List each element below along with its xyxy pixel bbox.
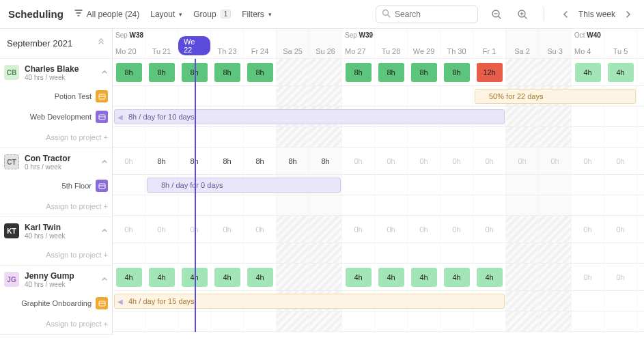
- empty-cell[interactable]: [604, 175, 637, 195]
- empty-cell[interactable]: [473, 195, 506, 215]
- empty-cell[interactable]: [178, 86, 211, 106]
- day-column-header[interactable]: Tu 21: [145, 29, 178, 58]
- hours-cell[interactable]: 0h: [604, 264, 637, 290]
- empty-cell[interactable]: [211, 311, 244, 331]
- empty-cell[interactable]: [572, 291, 604, 311]
- empty-cell[interactable]: [244, 243, 277, 263]
- empty-cell[interactable]: [211, 243, 244, 263]
- hours-cell[interactable]: [506, 216, 539, 242]
- empty-cell[interactable]: [309, 311, 342, 331]
- hours-cell[interactable]: 0h: [604, 148, 637, 174]
- hours-cell[interactable]: [277, 216, 309, 242]
- empty-cell[interactable]: [145, 86, 178, 106]
- day-column-header[interactable]: Tu 5: [604, 29, 637, 58]
- empty-cell[interactable]: [244, 127, 277, 147]
- allocation-bar[interactable]: ◀4h / day for 15 days: [114, 294, 505, 309]
- hours-cell[interactable]: 4h: [572, 59, 604, 85]
- empty-cell[interactable]: [539, 175, 572, 195]
- project-row[interactable]: Potion Test: [0, 86, 112, 107]
- empty-cell[interactable]: [506, 291, 539, 311]
- empty-cell[interactable]: [309, 195, 342, 215]
- filter-people[interactable]: All people (24): [74, 9, 139, 19]
- empty-cell[interactable]: [342, 175, 375, 195]
- empty-cell[interactable]: [473, 127, 506, 147]
- project-row[interactable]: 5th Floor: [0, 176, 112, 196]
- person-header[interactable]: CTCon Tractor0 hrs / week: [0, 148, 112, 176]
- zoom-out-button[interactable]: [489, 7, 504, 22]
- hours-cell[interactable]: 4h: [113, 264, 145, 290]
- hours-cell[interactable]: 12h: [473, 59, 506, 85]
- hours-cell[interactable]: 8h: [408, 59, 440, 85]
- empty-cell[interactable]: [604, 311, 637, 331]
- empty-cell[interactable]: [309, 243, 342, 263]
- day-column-header[interactable]: Fr 1: [473, 29, 506, 58]
- empty-cell[interactable]: [342, 311, 375, 331]
- hours-cell[interactable]: [539, 264, 572, 290]
- empty-cell[interactable]: [572, 243, 604, 263]
- allocation-bar[interactable]: 50% for 22 days: [475, 89, 636, 104]
- empty-cell[interactable]: [539, 311, 572, 331]
- hours-cell[interactable]: 0h: [539, 148, 572, 174]
- assign-to-project-button[interactable]: Assign to project +: [0, 314, 112, 334]
- empty-cell[interactable]: [506, 175, 539, 195]
- next-week-button[interactable]: [621, 7, 636, 22]
- empty-cell[interactable]: [375, 311, 408, 331]
- day-column-header[interactable]: We 22: [178, 29, 211, 58]
- filters-menu[interactable]: Filters ▾: [242, 10, 272, 19]
- empty-cell[interactable]: [440, 195, 473, 215]
- empty-cell[interactable]: [506, 107, 539, 126]
- day-column-header[interactable]: Sep W38Mo 20: [113, 29, 145, 58]
- hours-cell[interactable]: 0h: [342, 148, 375, 174]
- empty-cell[interactable]: [277, 86, 309, 106]
- empty-cell[interactable]: [113, 195, 145, 215]
- empty-cell[interactable]: [244, 311, 277, 331]
- empty-cell[interactable]: [309, 127, 342, 147]
- layout-menu[interactable]: Layout ▾: [150, 10, 182, 19]
- allocation-bar[interactable]: ◀8h / day for 10 days: [114, 109, 505, 124]
- empty-cell[interactable]: [539, 127, 572, 147]
- current-week-label[interactable]: This week: [578, 10, 615, 19]
- day-column-header[interactable]: Fr 24: [244, 29, 277, 58]
- empty-cell[interactable]: [408, 175, 440, 195]
- hours-cell[interactable]: [309, 59, 342, 85]
- hours-cell[interactable]: 8h: [211, 59, 244, 85]
- empty-cell[interactable]: [440, 311, 473, 331]
- person-header[interactable]: CBCharles Blake40 hrs / week: [0, 59, 112, 86]
- hours-cell[interactable]: 8h: [178, 59, 211, 85]
- person-header[interactable]: KTKarl Twin40 hrs / week: [0, 217, 112, 245]
- empty-cell[interactable]: [342, 127, 375, 147]
- search-input[interactable]: [376, 5, 478, 23]
- hours-cell[interactable]: 8h: [145, 148, 178, 174]
- empty-cell[interactable]: [375, 127, 408, 147]
- empty-cell[interactable]: [145, 127, 178, 147]
- empty-cell[interactable]: [211, 127, 244, 147]
- empty-cell[interactable]: [506, 243, 539, 263]
- hours-cell[interactable]: [506, 59, 539, 85]
- empty-cell[interactable]: [375, 195, 408, 215]
- hours-cell[interactable]: 0h: [211, 216, 244, 242]
- hours-cell[interactable]: 0h: [145, 216, 178, 242]
- empty-cell[interactable]: [572, 107, 604, 126]
- empty-cell[interactable]: [572, 195, 604, 215]
- empty-cell[interactable]: [178, 311, 211, 331]
- empty-cell[interactable]: [408, 127, 440, 147]
- empty-cell[interactable]: [539, 107, 572, 126]
- hours-cell[interactable]: 0h: [473, 216, 506, 242]
- hours-cell[interactable]: 4h: [604, 59, 637, 85]
- hours-cell[interactable]: 0h: [113, 148, 145, 174]
- day-column-header[interactable]: Su 26: [309, 29, 342, 58]
- hours-cell[interactable]: 0h: [408, 216, 440, 242]
- empty-cell[interactable]: [277, 195, 309, 215]
- hours-cell[interactable]: 0h: [408, 148, 440, 174]
- hours-cell[interactable]: 8h: [145, 59, 178, 85]
- hours-cell[interactable]: 8h: [375, 59, 408, 85]
- empty-cell[interactable]: [539, 243, 572, 263]
- empty-cell[interactable]: [572, 175, 604, 195]
- empty-cell[interactable]: [244, 195, 277, 215]
- hours-cell[interactable]: [539, 59, 572, 85]
- hours-cell[interactable]: 0h: [342, 216, 375, 242]
- empty-cell[interactable]: [178, 127, 211, 147]
- person-header[interactable]: JGJenny Gump40 hrs / week: [0, 266, 112, 293]
- empty-cell[interactable]: [572, 127, 604, 147]
- empty-cell[interactable]: [375, 86, 408, 106]
